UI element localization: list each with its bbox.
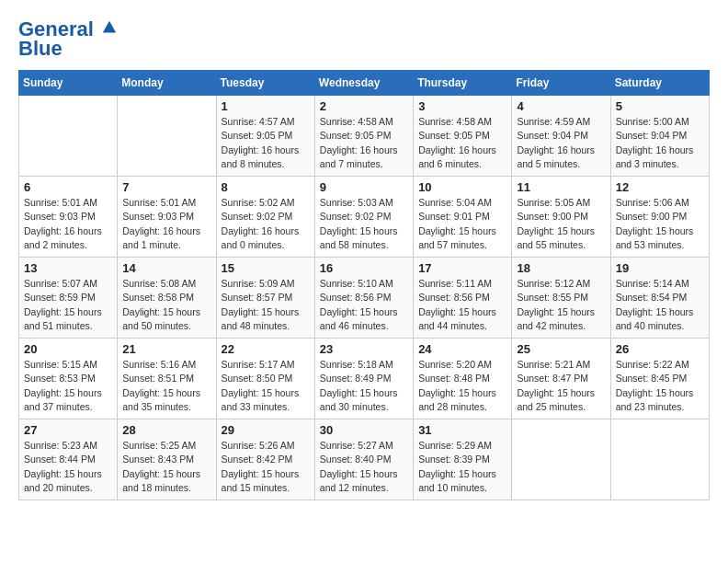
calendar-cell: 26Sunrise: 5:22 AM Sunset: 8:45 PM Dayli… — [610, 339, 709, 419]
calendar-cell: 13Sunrise: 5:07 AM Sunset: 8:59 PM Dayli… — [19, 258, 118, 339]
logo: General Blue — [18, 18, 118, 61]
day-detail: Sunrise: 5:20 AM Sunset: 8:48 PM Dayligh… — [418, 358, 506, 414]
day-number: 18 — [517, 261, 605, 275]
day-number: 20 — [24, 342, 112, 356]
day-number: 15 — [222, 261, 310, 275]
day-number: 29 — [222, 423, 310, 437]
day-detail: Sunrise: 5:04 AM Sunset: 9:01 PM Dayligh… — [418, 196, 506, 252]
day-number: 1 — [222, 99, 310, 113]
day-detail: Sunrise: 5:03 AM Sunset: 9:02 PM Dayligh… — [320, 196, 408, 252]
calendar-cell: 27Sunrise: 5:23 AM Sunset: 8:44 PM Dayli… — [19, 419, 118, 500]
day-detail: Sunrise: 4:57 AM Sunset: 9:05 PM Dayligh… — [222, 115, 310, 171]
calendar-cell: 18Sunrise: 5:12 AM Sunset: 8:55 PM Dayli… — [512, 258, 610, 339]
day-detail: Sunrise: 5:18 AM Sunset: 8:49 PM Dayligh… — [320, 358, 408, 414]
day-detail: Sunrise: 5:09 AM Sunset: 8:57 PM Dayligh… — [222, 277, 310, 333]
calendar-cell: 7Sunrise: 5:01 AM Sunset: 9:03 PM Daylig… — [118, 177, 216, 258]
calendar-header-row: SundayMondayTuesdayWednesdayThursdayFrid… — [19, 71, 710, 96]
calendar-cell — [118, 96, 216, 177]
calendar-cell: 28Sunrise: 5:25 AM Sunset: 8:43 PM Dayli… — [118, 419, 216, 500]
day-detail: Sunrise: 5:07 AM Sunset: 8:59 PM Dayligh… — [24, 277, 112, 333]
day-number: 12 — [616, 180, 704, 194]
day-detail: Sunrise: 5:26 AM Sunset: 8:42 PM Dayligh… — [222, 439, 310, 495]
day-detail: Sunrise: 5:11 AM Sunset: 8:56 PM Dayligh… — [418, 277, 506, 333]
calendar-week-row: 27Sunrise: 5:23 AM Sunset: 8:44 PM Dayli… — [19, 419, 710, 500]
weekday-header-friday: Friday — [512, 71, 610, 96]
calendar-cell: 19Sunrise: 5:14 AM Sunset: 8:54 PM Dayli… — [610, 258, 709, 339]
day-number: 11 — [517, 180, 605, 194]
calendar-cell: 22Sunrise: 5:17 AM Sunset: 8:50 PM Dayli… — [216, 339, 314, 419]
day-number: 8 — [222, 180, 310, 194]
calendar-cell: 2Sunrise: 4:58 AM Sunset: 9:05 PM Daylig… — [314, 96, 413, 177]
calendar-cell: 29Sunrise: 5:26 AM Sunset: 8:42 PM Dayli… — [216, 419, 314, 500]
day-number: 17 — [418, 261, 506, 275]
calendar-cell: 10Sunrise: 5:04 AM Sunset: 9:01 PM Dayli… — [414, 177, 512, 258]
day-number: 31 — [418, 423, 506, 437]
calendar-cell: 6Sunrise: 5:01 AM Sunset: 9:03 PM Daylig… — [19, 177, 118, 258]
day-number: 13 — [24, 261, 112, 275]
day-detail: Sunrise: 5:10 AM Sunset: 8:56 PM Dayligh… — [320, 277, 408, 333]
day-number: 9 — [320, 180, 408, 194]
calendar-cell — [610, 419, 709, 500]
calendar-cell: 15Sunrise: 5:09 AM Sunset: 8:57 PM Dayli… — [216, 258, 314, 339]
weekday-header-wednesday: Wednesday — [314, 71, 413, 96]
weekday-header-sunday: Sunday — [19, 71, 118, 96]
day-number: 30 — [320, 423, 408, 437]
calendar-cell: 11Sunrise: 5:05 AM Sunset: 9:00 PM Dayli… — [512, 177, 610, 258]
day-number: 10 — [418, 180, 506, 194]
calendar-table: SundayMondayTuesdayWednesdayThursdayFrid… — [18, 70, 710, 500]
day-detail: Sunrise: 4:59 AM Sunset: 9:04 PM Dayligh… — [517, 115, 605, 171]
day-detail: Sunrise: 5:02 AM Sunset: 9:02 PM Dayligh… — [222, 196, 310, 252]
calendar-cell: 23Sunrise: 5:18 AM Sunset: 8:49 PM Dayli… — [314, 339, 413, 419]
weekday-header-tuesday: Tuesday — [216, 71, 314, 96]
day-detail: Sunrise: 5:01 AM Sunset: 9:03 PM Dayligh… — [122, 196, 210, 252]
svg-marker-0 — [103, 21, 116, 33]
calendar-cell: 12Sunrise: 5:06 AM Sunset: 9:00 PM Dayli… — [610, 177, 709, 258]
calendar-week-row: 13Sunrise: 5:07 AM Sunset: 8:59 PM Dayli… — [19, 258, 710, 339]
day-detail: Sunrise: 5:12 AM Sunset: 8:55 PM Dayligh… — [517, 277, 605, 333]
day-detail: Sunrise: 5:05 AM Sunset: 9:00 PM Dayligh… — [517, 196, 605, 252]
day-number: 21 — [122, 342, 210, 356]
day-detail: Sunrise: 5:22 AM Sunset: 8:45 PM Dayligh… — [616, 358, 704, 414]
day-number: 26 — [616, 342, 704, 356]
day-number: 14 — [122, 261, 210, 275]
day-detail: Sunrise: 4:58 AM Sunset: 9:05 PM Dayligh… — [320, 115, 408, 171]
page-header: General Blue — [18, 18, 710, 61]
weekday-header-saturday: Saturday — [610, 71, 709, 96]
calendar-cell: 4Sunrise: 4:59 AM Sunset: 9:04 PM Daylig… — [512, 96, 610, 177]
calendar-week-row: 6Sunrise: 5:01 AM Sunset: 9:03 PM Daylig… — [19, 177, 710, 258]
logo-icon — [101, 19, 118, 36]
calendar-cell — [512, 419, 610, 500]
day-number: 4 — [517, 99, 605, 113]
calendar-cell: 14Sunrise: 5:08 AM Sunset: 8:58 PM Dayli… — [118, 258, 216, 339]
day-number: 2 — [320, 99, 408, 113]
calendar-cell — [19, 96, 118, 177]
calendar-cell: 25Sunrise: 5:21 AM Sunset: 8:47 PM Dayli… — [512, 339, 610, 419]
day-detail: Sunrise: 5:21 AM Sunset: 8:47 PM Dayligh… — [517, 358, 605, 414]
weekday-header-monday: Monday — [118, 71, 216, 96]
day-number: 6 — [24, 180, 112, 194]
day-detail: Sunrise: 5:15 AM Sunset: 8:53 PM Dayligh… — [24, 358, 112, 414]
day-number: 24 — [418, 342, 506, 356]
day-detail: Sunrise: 4:58 AM Sunset: 9:05 PM Dayligh… — [418, 115, 506, 171]
day-detail: Sunrise: 5:01 AM Sunset: 9:03 PM Dayligh… — [24, 196, 112, 252]
day-detail: Sunrise: 5:29 AM Sunset: 8:39 PM Dayligh… — [418, 439, 506, 495]
day-number: 28 — [122, 423, 210, 437]
day-number: 7 — [122, 180, 210, 194]
calendar-cell: 8Sunrise: 5:02 AM Sunset: 9:02 PM Daylig… — [216, 177, 314, 258]
calendar-cell: 5Sunrise: 5:00 AM Sunset: 9:04 PM Daylig… — [610, 96, 709, 177]
day-number: 22 — [222, 342, 310, 356]
calendar-cell: 21Sunrise: 5:16 AM Sunset: 8:51 PM Dayli… — [118, 339, 216, 419]
day-detail: Sunrise: 5:00 AM Sunset: 9:04 PM Dayligh… — [616, 115, 704, 171]
day-number: 5 — [616, 99, 704, 113]
logo-blue: Blue — [18, 37, 63, 61]
calendar-week-row: 20Sunrise: 5:15 AM Sunset: 8:53 PM Dayli… — [19, 339, 710, 419]
day-detail: Sunrise: 5:14 AM Sunset: 8:54 PM Dayligh… — [616, 277, 704, 333]
calendar-cell: 17Sunrise: 5:11 AM Sunset: 8:56 PM Dayli… — [414, 258, 512, 339]
day-detail: Sunrise: 5:27 AM Sunset: 8:40 PM Dayligh… — [320, 439, 408, 495]
day-number: 3 — [418, 99, 506, 113]
day-detail: Sunrise: 5:23 AM Sunset: 8:44 PM Dayligh… — [24, 439, 112, 495]
day-detail: Sunrise: 5:17 AM Sunset: 8:50 PM Dayligh… — [222, 358, 310, 414]
calendar-cell: 20Sunrise: 5:15 AM Sunset: 8:53 PM Dayli… — [19, 339, 118, 419]
calendar-cell: 3Sunrise: 4:58 AM Sunset: 9:05 PM Daylig… — [414, 96, 512, 177]
day-detail: Sunrise: 5:08 AM Sunset: 8:58 PM Dayligh… — [122, 277, 210, 333]
